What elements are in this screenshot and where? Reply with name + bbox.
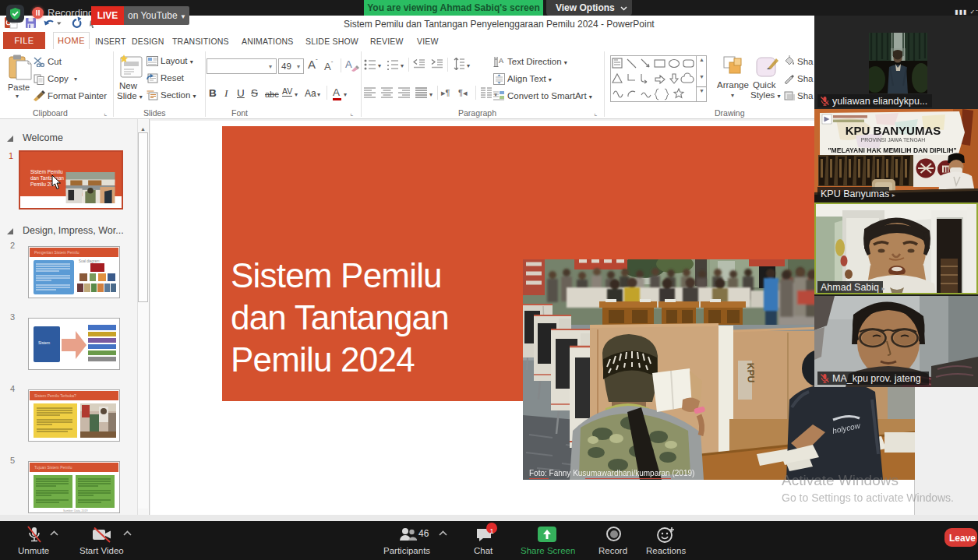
svg-text:PROVINSI JAWA TENGAH: PROVINSI JAWA TENGAH (861, 137, 926, 143)
svg-text:KPU BANYUMAS: KPU BANYUMAS (846, 124, 941, 137)
svg-text:A: A (499, 57, 503, 65)
svg-text:"MELAYANI HAK MEMILIH DAN DIPI: "MELAYANI HAK MEMILIH DAN DIPILIH" (828, 146, 956, 154)
svg-text:KPU: KPU (745, 363, 757, 383)
